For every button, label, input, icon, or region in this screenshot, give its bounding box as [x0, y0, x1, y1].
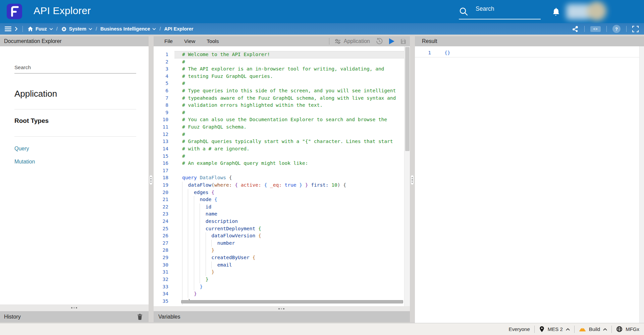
code-line[interactable]: 14# with a # are ignored.	[154, 145, 404, 153]
result-rows: 1{}	[415, 49, 639, 57]
breadcrumb-actions: <> ?	[572, 25, 639, 33]
code-line[interactable]: 30 email	[154, 261, 404, 269]
code-line[interactable]: 20 edges {	[154, 189, 404, 196]
breadcrumb-item-fuuz[interactable]: Fuuz	[28, 26, 53, 32]
right-splitter-handle[interactable]	[411, 175, 414, 185]
drag-handle-dots[interactable]	[71, 307, 77, 308]
code-line[interactable]: 15#	[154, 153, 404, 160]
code-line[interactable]: 19 dataFlow(where: { active: { _eq: true…	[154, 182, 404, 189]
code-line[interactable]: 23 name	[154, 210, 404, 218]
code-line[interactable]: 31 }	[154, 269, 404, 276]
indent-guide	[182, 182, 182, 189]
code-line[interactable]: 13# GraphQL queries typically start with…	[154, 138, 404, 145]
line-number: 6	[154, 87, 174, 95]
code-line[interactable]: 24 description	[154, 218, 404, 225]
code-line[interactable]: 18query DataFlows {	[154, 174, 404, 182]
share-icon[interactable]	[572, 26, 579, 32]
save-icon[interactable]	[400, 38, 407, 45]
code-line[interactable]: 21 node {	[154, 196, 404, 203]
environment-selector[interactable]: Build	[579, 326, 607, 332]
code-view-icon[interactable]: <>	[590, 26, 601, 32]
code-line[interactable]: 5#	[154, 80, 404, 87]
divider	[534, 326, 535, 333]
menu-hamburger-icon[interactable]	[5, 26, 11, 32]
variables-resize-strip[interactable]	[154, 306, 410, 311]
hard-hat-icon	[579, 327, 586, 332]
chevron-right-icon[interactable]	[15, 27, 18, 31]
code-line[interactable]: 8# validation errors highlighted within …	[154, 102, 404, 109]
code-line[interactable]: 4# testing Fuuz GraphQL queries.	[154, 73, 404, 80]
code-line[interactable]: 11# Fuuz GraphQL schema.	[154, 124, 404, 131]
search-icon[interactable]	[459, 7, 468, 16]
doc-search-input[interactable]: Search	[14, 64, 136, 70]
doc-link-mutation[interactable]: Mutation	[14, 159, 35, 165]
left-splitter-handle[interactable]	[149, 175, 153, 185]
mode-selector[interactable]: Application	[335, 38, 370, 44]
code-line[interactable]: 6# Type queries into this side of the sc…	[154, 87, 404, 95]
site-selector[interactable]: MES 2	[539, 326, 570, 332]
line-number: 21	[154, 196, 174, 203]
global-search-input[interactable]: Search	[476, 5, 494, 12]
divider	[14, 136, 136, 137]
breadcrumb-separator: /	[56, 26, 58, 32]
app-selector[interactable]: MFGx	[616, 326, 639, 332]
history-title: History	[4, 314, 21, 320]
site-label: MES 2	[548, 326, 563, 332]
code-line[interactable]: 3# The API explorer is an in-browser too…	[154, 65, 404, 73]
history-resize-strip[interactable]	[0, 304, 149, 311]
code-line[interactable]: 28 }	[154, 247, 404, 254]
vertical-scrollbar-track[interactable]	[404, 46, 410, 306]
code-line[interactable]: 34 }	[154, 290, 404, 298]
notifications-bell-icon[interactable]	[552, 7, 561, 17]
doc-explorer-header: Documentation Explorer	[0, 36, 149, 46]
indent-guide	[182, 232, 182, 240]
code-line[interactable]: 26 dataFlowVersion {	[154, 232, 404, 240]
code-line[interactable]: 27 number	[154, 240, 404, 247]
indent-guide	[194, 225, 194, 233]
menu-tools[interactable]: Tools	[207, 38, 219, 44]
code-line[interactable]: 25 currentDeployment {	[154, 225, 404, 233]
breadcrumb: Fuuz / System / Business Intelligence / …	[5, 26, 193, 32]
menu-file[interactable]: File	[164, 38, 173, 44]
menu-view[interactable]: View	[184, 38, 195, 44]
breadcrumb-item-system[interactable]: System	[61, 26, 93, 32]
history-icon[interactable]	[375, 37, 383, 45]
code-line[interactable]: 16# An example GraphQL query might look …	[154, 160, 404, 167]
vertical-scrollbar-thumb[interactable]	[405, 47, 410, 151]
user-avatar-blurred[interactable]	[566, 1, 610, 25]
indent-guide	[200, 225, 200, 233]
result-panel: 1{}	[415, 46, 644, 323]
help-icon[interactable]: ?	[612, 25, 621, 33]
history-panel-header: History	[0, 311, 149, 322]
code-line[interactable]: 12#	[154, 131, 404, 138]
chevron-up-icon	[566, 328, 570, 331]
drag-handle-dots[interactable]	[278, 308, 284, 309]
code-line[interactable]: 1# Welcome to the API Explorer!	[154, 51, 404, 58]
code-line[interactable]: 2#	[154, 58, 404, 66]
code-line[interactable]: 7# typeaheads aware of the Fuuz GraphQL …	[154, 95, 404, 102]
fullscreen-icon[interactable]	[632, 26, 639, 32]
query-editor[interactable]: 1# Welcome to the API Explorer!2#3# The …	[154, 46, 410, 306]
doc-link-query[interactable]: Query	[14, 146, 29, 152]
indent-guide	[194, 196, 194, 203]
variables-title: Variables	[158, 314, 180, 320]
code-line[interactable]: 33 }	[154, 283, 404, 291]
code-line[interactable]: 29 createdByUser {	[154, 254, 404, 261]
code-line[interactable]: 17	[154, 167, 404, 175]
run-query-button[interactable]	[389, 38, 395, 45]
divider	[611, 326, 612, 333]
fuuz-logo-icon[interactable]	[7, 4, 22, 19]
breadcrumb-item-business-intelligence[interactable]: Business Intelligence	[100, 26, 156, 32]
code-line[interactable]: 22 id	[154, 203, 404, 211]
code-line[interactable]: 10# You can also use the Documentation E…	[154, 116, 404, 124]
code-line[interactable]: 9#	[154, 109, 404, 116]
horizontal-scrollbar-thumb[interactable]	[181, 300, 403, 303]
page-title: API Explorer	[34, 5, 91, 16]
scope-selector[interactable]: Everyone	[508, 326, 530, 332]
code-line[interactable]: 32 }	[154, 276, 404, 283]
sliders-icon	[335, 39, 341, 44]
app-label: MFGx	[626, 326, 639, 332]
breadcrumb-item-api-explorer[interactable]: API Explorer	[164, 26, 193, 32]
result-scrollbar-track[interactable]	[639, 46, 644, 323]
trash-icon[interactable]	[137, 314, 143, 320]
